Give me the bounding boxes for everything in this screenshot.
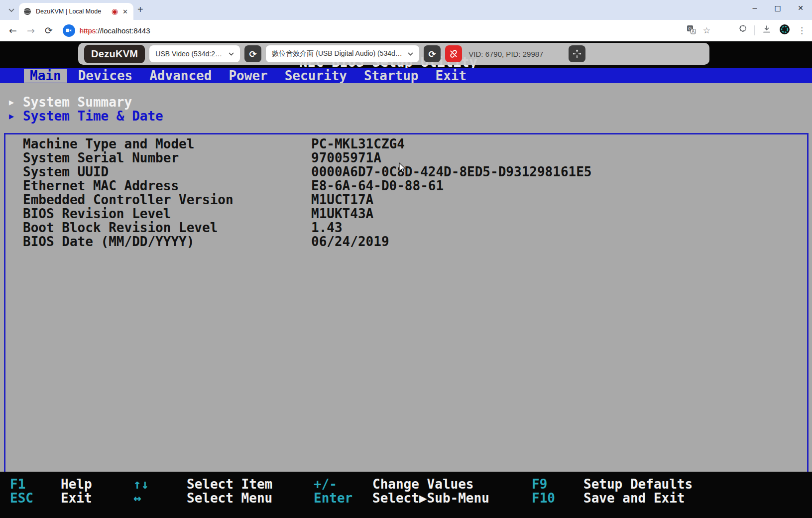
submenu-arrow-icon: ▶ xyxy=(9,109,23,123)
audio-device-value: 數位音效介面 (USB Digital Audio) (534d:2109) xyxy=(272,49,403,58)
tab-strip: DezuKVM | Local Mode ◉ ✕ + − □ ✕ xyxy=(0,0,812,20)
broken-link-icon xyxy=(449,49,459,59)
bios-field-row: Machine Type and ModelPC-MKL31CZG4 xyxy=(9,137,802,151)
camera-in-use-icon[interactable] xyxy=(63,24,75,37)
chevron-down-icon xyxy=(229,52,234,56)
bios-helpbar: F1Help ↑↓Select Item +/-Change Values F9… xyxy=(0,472,812,518)
browser-navbar: ← → ⟳ https://localhost:8443 G A ☆ xyxy=(0,20,812,41)
bios-menu-security[interactable]: Security xyxy=(279,69,353,83)
browser-menu-kebab-icon[interactable]: ⋮ xyxy=(798,25,806,35)
browser-window: DezuKVM | Local Mode ◉ ✕ + − □ ✕ ← → ⟳ h… xyxy=(0,0,812,518)
bios-menu-devices[interactable]: Devices xyxy=(72,69,139,83)
expand-arrows-icon xyxy=(572,49,582,59)
window-controls: − □ ✕ xyxy=(743,0,812,16)
bios-menu-exit[interactable]: Exit xyxy=(430,69,473,83)
bookmark-star-icon[interactable]: ☆ xyxy=(703,25,710,35)
bios-menu-advanced[interactable]: Advanced xyxy=(143,69,218,83)
spacer-row xyxy=(9,123,802,137)
tab-search-chevron-icon[interactable] xyxy=(6,5,17,15)
navbar-right-icons: G A ☆ xyxy=(687,23,812,37)
kvm-logo: DezuKVM xyxy=(84,45,145,63)
new-tab-button[interactable]: + xyxy=(137,4,143,15)
chevron-down-icon xyxy=(408,52,413,56)
kvm-toolbar: DezuKVM USB Video (534d:2109) ⟳ 數位音效介面 (… xyxy=(78,43,709,65)
bios-menubar: Main Devices Advanced Power Security Sta… xyxy=(0,68,812,83)
tab-title: DezuKVM | Local Mode xyxy=(36,8,109,15)
forward-button[interactable]: → xyxy=(25,23,37,38)
bios-menu-power[interactable]: Power xyxy=(223,69,273,83)
bios-link-system-time-date[interactable]: ▶System Time & Date xyxy=(9,109,802,123)
bios-menu-main[interactable]: Main xyxy=(24,69,67,83)
url-scheme: https xyxy=(80,26,96,35)
kvm-viewer-page: NEC BIOS Setup Utility DezuKVM USB Video… xyxy=(0,41,812,518)
helpbar-row: F1Help ↑↓Select Item +/-Change Values F9… xyxy=(10,477,812,491)
audio-refresh-button[interactable]: ⟳ xyxy=(424,45,441,62)
mouse-cursor xyxy=(397,162,408,176)
audio-device-select[interactable]: 數位音效介面 (USB Digital Audio) (534d:2109) xyxy=(266,45,419,62)
video-device-select[interactable]: USB Video (534d:2109) xyxy=(149,45,240,62)
back-button[interactable]: ← xyxy=(7,23,19,38)
bios-field-row: BIOS Revision LevelM1UKT43A xyxy=(9,207,802,221)
address-bar[interactable]: https://localhost:8443 xyxy=(63,24,150,37)
fullscreen-button[interactable] xyxy=(569,45,585,62)
url-text: https://localhost:8443 xyxy=(80,26,150,35)
video-device-value: USB Video (534d:2109) xyxy=(155,50,224,58)
window-maximize-button[interactable]: □ xyxy=(766,0,789,16)
translate-icon[interactable]: G A xyxy=(687,25,696,36)
device-id-label: VID: 6790, PID: 29987 xyxy=(468,50,543,58)
profile-avatar[interactable] xyxy=(779,23,791,37)
bios-field-row: Ethernet MAC AddressE8-6A-64-D0-88-61 xyxy=(9,179,802,193)
window-minimize-button[interactable]: − xyxy=(743,0,766,16)
bios-field-row: Boot Block Revision Level1.43 xyxy=(9,221,802,235)
bios-link-system-summary[interactable]: ▶System Summary xyxy=(9,95,802,109)
tab-recording-icon: ◉ xyxy=(112,7,118,16)
disconnect-button[interactable] xyxy=(445,45,462,62)
bios-field-row: Embedded Controller VersionM1UCT17A xyxy=(9,193,802,207)
site-favicon-globe-icon xyxy=(23,7,31,15)
tab-close-button[interactable]: ✕ xyxy=(121,7,129,16)
submenu-arrow-icon: ▶ xyxy=(9,95,23,109)
downloads-icon[interactable] xyxy=(762,24,772,36)
bios-field-row: BIOS Date (MM/DD/YYYY)06/24/2019 xyxy=(9,235,802,249)
navbar-divider xyxy=(754,25,755,35)
url-rest: ://localhost:8443 xyxy=(96,26,150,35)
window-close-button[interactable]: ✕ xyxy=(789,0,812,16)
browser-tab[interactable]: DezuKVM | Local Mode ◉ ✕ xyxy=(19,3,133,20)
video-refresh-button[interactable]: ⟳ xyxy=(244,45,261,62)
helpbar-row: ESCExit ↔Select Menu EnterSelect▶Sub-Men… xyxy=(10,491,812,505)
extensions-icon[interactable] xyxy=(737,24,747,36)
svg-text:A: A xyxy=(692,29,695,34)
reload-button[interactable]: ⟳ xyxy=(43,23,55,38)
bios-menu-startup[interactable]: Startup xyxy=(358,69,425,83)
